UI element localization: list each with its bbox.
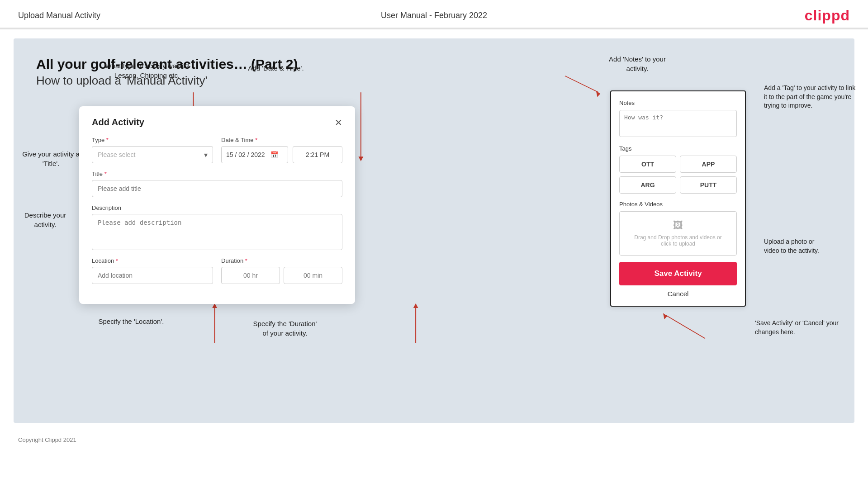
footer: Copyright Clippd 2021 [0, 432, 868, 448]
svg-marker-12 [413, 303, 418, 308]
description-label: Description [92, 204, 342, 211]
annotation-location: Specify the 'Location'. [86, 317, 176, 326]
location-duration-row: Location * Duration * [92, 257, 342, 284]
notes-textarea[interactable] [619, 110, 737, 137]
svg-marker-20 [663, 313, 667, 319]
type-group: Type * Please select [92, 137, 213, 163]
annotation-give-title: Give your activity a 'Title'. [11, 149, 90, 168]
title-input[interactable] [92, 180, 342, 197]
tag-arg[interactable]: ARG [619, 176, 676, 194]
main-content: All your golf-relevant activities… (Part… [14, 38, 854, 423]
photos-section: Photos & Videos 🖼 Drag and Drop photos a… [619, 201, 737, 256]
footer-text: Copyright Clippd 2021 [18, 436, 76, 443]
right-panel: Notes Tags OTT APP ARG PUTT Photos & Vid… [610, 90, 746, 307]
time-input[interactable]: 2:21 PM [293, 146, 342, 163]
title-group: Title * [92, 171, 342, 197]
description-textarea[interactable] [92, 214, 342, 250]
annotation-what-type: What type of activity was it? Lesson, Ch… [102, 61, 192, 80]
type-select[interactable]: Please select [92, 146, 213, 163]
duration-group: Duration * [221, 257, 342, 284]
tag-ott[interactable]: OTT [619, 156, 676, 173]
datetime-group: Date & Time * 15 / 02 / 2022 📅 2:21 PM [221, 137, 342, 163]
annotation-tag: Add a 'Tag' to your activity to link it … [764, 84, 859, 110]
page-title-center: User Manual - February 2022 [381, 11, 487, 20]
date-time-inputs: 15 / 02 / 2022 📅 2:21 PM [221, 146, 342, 163]
logo: clippd [805, 7, 850, 24]
annotation-date-time: Add 'Date & Time'. [235, 63, 317, 73]
modal-title: Add Activity [92, 117, 144, 128]
annotation-duration: Specify the 'Duration' of your activity. [235, 319, 335, 338]
type-select-wrapper: Please select [92, 146, 213, 163]
tags-label: Tags [619, 145, 737, 152]
tags-grid: OTT APP ARG PUTT [619, 156, 737, 194]
duration-inputs [221, 267, 342, 284]
duration-min-input[interactable] [284, 267, 342, 284]
location-input[interactable] [92, 267, 213, 284]
photo-icon: 🖼 [624, 220, 732, 232]
cancel-link[interactable]: Cancel [619, 290, 737, 298]
svg-marker-14 [596, 91, 600, 97]
svg-marker-10 [212, 303, 217, 308]
photos-label: Photos & Videos [619, 201, 737, 208]
modal-header: Add Activity ✕ [92, 117, 342, 128]
photos-drop-text: Drag and Drop photos and videos or click… [624, 234, 732, 247]
title-label: Title * [92, 171, 342, 177]
type-datetime-row: Type * Please select Date & Time * 15 / … [92, 137, 342, 163]
svg-marker-4 [358, 156, 363, 161]
add-activity-modal: Add Activity ✕ Type * Please select Date… [79, 106, 355, 304]
notes-label: Notes [619, 99, 737, 106]
close-button[interactable]: ✕ [335, 118, 342, 127]
svg-line-19 [665, 315, 705, 339]
annotation-upload: Upload a photo or video to the activity. [764, 237, 859, 255]
page-title-left: Upload Manual Activity [18, 11, 100, 20]
tag-putt[interactable]: PUTT [680, 176, 737, 194]
save-activity-button[interactable]: Save Activity [619, 262, 737, 285]
type-label: Type * [92, 137, 213, 143]
tag-app[interactable]: APP [680, 156, 737, 173]
description-group: Description [92, 204, 342, 250]
datetime-label: Date & Time * [221, 137, 342, 143]
annotation-notes: Add 'Notes' to your activity. [597, 54, 678, 73]
location-group: Location * [92, 257, 213, 284]
annotation-save: 'Save Activity' or 'Cancel' your changes… [755, 319, 859, 336]
date-input[interactable]: 15 / 02 / 2022 📅 [221, 146, 288, 163]
photos-drop-zone[interactable]: 🖼 Drag and Drop photos and videos or cli… [619, 211, 737, 256]
duration-hr-input[interactable] [221, 267, 280, 284]
calendar-icon[interactable]: 📅 [270, 151, 278, 158]
annotation-describe: Describe your activity. [11, 210, 79, 229]
duration-label: Duration * [221, 257, 342, 264]
location-label: Location * [92, 257, 213, 264]
